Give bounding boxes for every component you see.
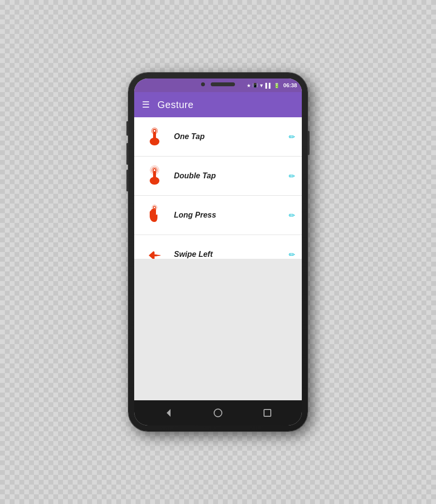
recents-button[interactable] xyxy=(257,402,278,424)
one-tap-icon-container xyxy=(141,123,168,150)
back-icon xyxy=(164,408,173,418)
recents-icon xyxy=(263,409,272,417)
one-tap-edit-button[interactable]: ✏ xyxy=(289,132,295,142)
swipe-left-icon xyxy=(143,243,166,259)
long-press-icon xyxy=(143,204,166,227)
vibrate-icon: 📳 xyxy=(252,83,258,88)
svg-rect-13 xyxy=(264,410,271,416)
double-tap-label: Double Tap xyxy=(174,172,289,180)
menu-button[interactable]: ☰ xyxy=(142,99,150,110)
long-press-icon-container xyxy=(141,202,168,229)
svg-point-9 xyxy=(154,206,156,209)
phone-screen: ★ 📳 ▼ ▌▌ 🔋 06:38 ☰ Gesture xyxy=(134,79,302,425)
swipe-left-edit-button[interactable]: ✏ xyxy=(289,250,295,259)
list-item[interactable]: Long Press ✏ xyxy=(134,196,302,235)
long-press-label: Long Press xyxy=(174,211,289,220)
wifi-icon: ▼ xyxy=(259,83,264,88)
back-button[interactable] xyxy=(158,402,179,424)
battery-icon: 🔋 xyxy=(274,83,280,88)
list-item[interactable]: Double Tap ✏ xyxy=(134,157,302,196)
double-tap-icon xyxy=(143,164,166,188)
one-tap-icon xyxy=(143,125,166,148)
swipe-left-icon-container xyxy=(141,241,168,259)
home-icon xyxy=(213,408,223,418)
volume-up-button xyxy=(126,121,128,136)
nav-bar xyxy=(134,400,302,425)
gesture-list: One Tap ✏ Double Tap xyxy=(134,117,302,259)
svg-point-12 xyxy=(214,409,222,417)
one-tap-label: One Tap xyxy=(174,132,289,141)
phone-device: ★ 📳 ▼ ▌▌ 🔋 06:38 ☰ Gesture xyxy=(128,73,308,431)
star-icon: ★ xyxy=(247,83,251,88)
swipe-left-label: Swipe Left xyxy=(174,250,289,259)
home-button[interactable] xyxy=(207,402,229,424)
silent-button xyxy=(126,170,128,191)
status-icons: ★ 📳 ▼ ▌▌ 🔋 xyxy=(247,83,280,88)
double-tap-edit-button[interactable]: ✏ xyxy=(289,172,295,181)
status-bar: ★ 📳 ▼ ▌▌ 🔋 06:38 xyxy=(134,79,302,92)
svg-point-6 xyxy=(153,169,156,172)
power-button xyxy=(308,131,310,155)
empty-area xyxy=(134,259,302,400)
signal-icon: ▌▌ xyxy=(265,83,272,88)
clock: 06:38 xyxy=(283,82,297,88)
volume-down-button xyxy=(126,143,128,165)
long-press-edit-button[interactable]: ✏ xyxy=(289,211,295,220)
double-tap-icon-container xyxy=(141,162,168,189)
app-title: Gesture xyxy=(157,99,194,110)
svg-point-2 xyxy=(153,129,156,132)
list-item[interactable]: One Tap ✏ xyxy=(134,117,302,157)
app-bar: ☰ Gesture xyxy=(134,92,302,117)
list-item[interactable]: Swipe Left ✏ xyxy=(134,235,302,259)
svg-marker-11 xyxy=(167,409,171,417)
